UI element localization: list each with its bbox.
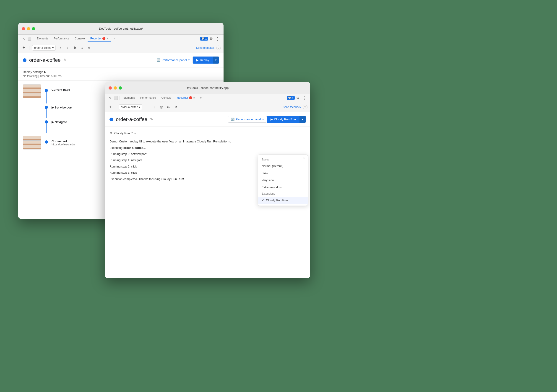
log-entry-1: Demo: Custom replay UI to execute the us… xyxy=(109,139,306,144)
thumbnail-coffeecart xyxy=(23,136,41,150)
tab-console-label-front: Console xyxy=(162,96,172,99)
import-icon[interactable]: ↓ xyxy=(65,45,70,51)
extension-cloudy-run-run[interactable]: ✓ Cloudy Run Run xyxy=(258,197,308,204)
refresh-icon-front[interactable]: ↺ xyxy=(173,104,179,110)
tab-recorder-front[interactable]: Recorder 🔴 × xyxy=(174,95,197,101)
perf-label-front: Performance panel xyxy=(236,118,261,121)
tab-performance-front[interactable]: Performance xyxy=(138,95,159,101)
traffic-lights-front xyxy=(109,86,122,89)
tab-elements-front[interactable]: Elements xyxy=(121,95,138,101)
plugin-gear-icon: ⚙ xyxy=(109,130,113,136)
close-tab-icon-front[interactable]: × xyxy=(193,96,195,99)
help-icon-front[interactable]: ? xyxy=(303,105,307,109)
device-icon[interactable]: ⬜ xyxy=(26,36,32,41)
pointer-icon[interactable]: ↖ xyxy=(21,36,26,41)
speed-very-slow-label: Very slow xyxy=(262,178,274,182)
cloudy-dropdown-btn[interactable]: ▾ xyxy=(299,116,306,123)
log-entry-2: Executing order-a-coffee... xyxy=(109,145,306,150)
help-icon-back[interactable]: ? xyxy=(216,46,221,50)
step-content-currentpage: Current page xyxy=(51,84,70,91)
perf-arrow-back: ▾ xyxy=(188,58,190,62)
recording-dropdown-back[interactable]: order-a-coffee ▾ xyxy=(32,45,56,51)
replay-btn-back[interactable]: ▶ Replay xyxy=(193,56,213,64)
chat-badge-back[interactable]: 💬 1 xyxy=(200,37,208,40)
add-recording-icon[interactable]: + xyxy=(21,45,26,51)
send-feedback-back[interactable]: Send feedback xyxy=(196,46,214,49)
minimize-button[interactable] xyxy=(27,27,30,30)
device-icon-front[interactable]: ⬜ xyxy=(113,95,119,101)
add-recording-icon-front[interactable]: + xyxy=(108,104,113,110)
dropdown-close-icon[interactable]: × xyxy=(303,157,305,160)
performance-panel-btn-back[interactable]: 🔄 Performance panel ▾ xyxy=(154,57,193,63)
export-icon-front[interactable]: ↑ xyxy=(144,104,150,110)
dropdown-arrow-back: ▾ xyxy=(52,46,54,49)
step-dot-navigate xyxy=(45,120,48,124)
tab-recorder-label-front: Recorder 🔴 xyxy=(177,96,193,99)
edit-name-icon-front[interactable]: ✎ xyxy=(150,117,153,121)
step-dot-viewport xyxy=(45,106,48,109)
step-timeline-navigate xyxy=(45,120,48,133)
sep2-front xyxy=(116,105,116,109)
executing-name: order-a-coffee xyxy=(123,146,143,150)
delete-icon-front[interactable]: 🗑 xyxy=(159,104,164,110)
more-icon-back[interactable]: ⋮ xyxy=(214,36,221,42)
tab-more-back[interactable]: » xyxy=(111,36,118,42)
send-feedback-front[interactable]: Send feedback xyxy=(283,105,301,109)
settings-area-back: Replay settings ▶ No throttling | Timeou… xyxy=(18,67,223,81)
settings-icon-front[interactable]: ⚙ xyxy=(295,95,301,101)
step-over-icon[interactable]: ⏭ xyxy=(79,45,85,51)
close-button[interactable] xyxy=(22,27,25,30)
devtools-window-front: DevTools - coffee-cart.netlify.app/ ↖ ⬜ … xyxy=(105,82,310,278)
step-timeline-viewport xyxy=(45,106,48,118)
tab-console-back[interactable]: Console xyxy=(72,36,88,42)
check-icon: ✓ xyxy=(262,199,264,202)
speed-very-slow[interactable]: Very slow xyxy=(258,177,308,184)
pointer-icon-front[interactable]: ↖ xyxy=(108,95,113,101)
step-label-currentpage: Current page xyxy=(51,88,70,91)
step-subtitle-coffeecart: https://coffee-cart.n xyxy=(51,143,75,146)
tab-elements-back[interactable]: Elements xyxy=(34,36,51,42)
cloudy-run-btn[interactable]: ▶ Cloudy Run Run xyxy=(267,116,299,123)
thumbnail-currentpage xyxy=(23,84,41,98)
step-line-1 xyxy=(46,92,47,104)
settings-icon-back[interactable]: ⚙ xyxy=(208,36,214,42)
tab-performance-back[interactable]: Performance xyxy=(51,36,72,42)
more-icon-front[interactable]: ⋮ xyxy=(301,95,307,101)
delete-icon[interactable]: 🗑 xyxy=(72,45,78,51)
close-button-front[interactable] xyxy=(109,86,112,89)
speed-normal[interactable]: Normal (Default) xyxy=(258,162,308,169)
replay-label-front: Cloudy Run Run xyxy=(274,118,296,121)
export-icon[interactable]: ↑ xyxy=(57,45,63,51)
tab-elements-label: Elements xyxy=(37,37,48,40)
performance-panel-btn-front[interactable]: 🔄 Performance panel ▾ xyxy=(228,116,267,123)
close-tab-icon[interactable]: × xyxy=(106,37,108,40)
tab-console-front[interactable]: Console xyxy=(159,95,174,101)
step-content-coffeecart: Coffee cart https://coffee-cart.n xyxy=(51,136,75,146)
sep2 xyxy=(29,46,29,50)
play-icon-back: ▶ xyxy=(197,58,199,62)
minimize-button-front[interactable] xyxy=(114,86,117,89)
perf-label-back: Performance panel xyxy=(162,58,187,62)
edit-name-icon-back[interactable]: ✎ xyxy=(63,58,66,62)
refresh-icon[interactable]: ↺ xyxy=(87,45,92,51)
maximize-button[interactable] xyxy=(32,27,35,30)
step-dot-coffeecart xyxy=(45,140,48,144)
step-timeline-currentpage xyxy=(45,84,48,104)
recording-dropdown-front[interactable]: order-a-coffee ▾ xyxy=(119,104,142,110)
recording-header-front: order-a-coffee ✎ 🔄 Performance panel ▾ ▶… xyxy=(105,112,310,127)
chat-badge-front[interactable]: 💬 1 xyxy=(287,96,295,100)
play-icon-front: ▶ xyxy=(270,118,273,121)
tab-recorder-back[interactable]: Recorder 🔴 × xyxy=(88,36,111,42)
settings-info-back: No throttling | Timeout: 5000 ms xyxy=(23,74,219,78)
step-over-icon-front[interactable]: ⏭ xyxy=(166,104,172,110)
tab-elements-label-front: Elements xyxy=(123,96,135,99)
perf-icon-front: 🔄 xyxy=(231,118,235,121)
step-line-2 xyxy=(46,109,47,118)
replay-dropdown-btn-back[interactable]: ▾ xyxy=(213,56,219,64)
tab-more-front[interactable]: » xyxy=(197,95,205,101)
maximize-button-front[interactable] xyxy=(119,86,122,89)
import-icon-front[interactable]: ↓ xyxy=(151,104,157,110)
speed-extremely-slow[interactable]: Extremely slow xyxy=(258,184,308,191)
speed-slow[interactable]: Slow xyxy=(258,169,308,177)
dropdown-arrow-front: ▾ xyxy=(139,105,140,109)
